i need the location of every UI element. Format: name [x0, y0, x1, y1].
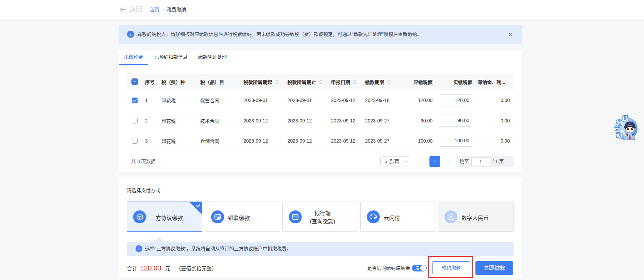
- svg-text:@: @: [374, 218, 376, 219]
- svg-text:互: 互: [614, 126, 620, 133]
- svg-text:征: 征: [623, 115, 628, 122]
- svg-text:123: 123: [453, 218, 455, 220]
- svg-text:纳: 纳: [616, 119, 622, 126]
- svg-text:动: 动: [616, 132, 622, 139]
